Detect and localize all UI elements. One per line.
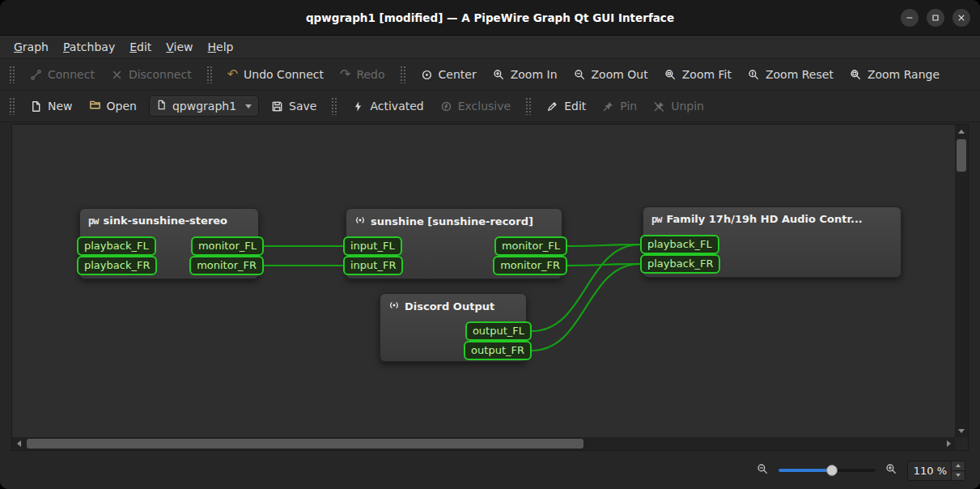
- edit-button[interactable]: Edit: [539, 96, 593, 117]
- zoom-slider-fill: [778, 469, 832, 472]
- exclusive-label: Exclusive: [458, 100, 511, 113]
- zoom-spin-up-button[interactable]: [952, 461, 965, 471]
- connection-wire[interactable]: [567, 264, 640, 266]
- menubar: GraphPatchbayEditViewHelp: [0, 36, 980, 59]
- zoom-reset-button[interactable]: Zoom Reset: [740, 64, 841, 85]
- node-sunshine-sunshine-record[interactable]: sunshine [sunshine-record]input_FLinput_…: [346, 208, 562, 279]
- open-button[interactable]: Open: [82, 95, 144, 117]
- window-controls: [901, 9, 970, 27]
- undo-connect-button[interactable]: ↶Undo Connect: [220, 64, 331, 85]
- center-icon: [421, 69, 433, 81]
- node-title-text: Discord Output: [405, 300, 494, 313]
- node-sink-sunshine-stereo[interactable]: pwsink-sunshine-stereoplayback_FLplaybac…: [79, 208, 259, 279]
- exclusive-button: Exclusive: [433, 96, 518, 117]
- scroll-right-button[interactable]: [942, 437, 955, 450]
- port-input-fl[interactable]: input_FL: [343, 236, 402, 256]
- port-playback-fl[interactable]: playback_FL: [77, 236, 156, 256]
- audio-node-icon: [354, 215, 366, 228]
- zoom-spin-down-button[interactable]: [952, 471, 965, 480]
- graph-viewport[interactable]: pwsink-sunshine-stereoplayback_FLplaybac…: [12, 125, 955, 437]
- new-button[interactable]: New: [23, 96, 80, 117]
- node-family-17h-19h-hd-audio-contr[interactable]: pwFamily 17h/19h HD Audio Contr...playba…: [643, 206, 902, 278]
- statusbar: 110 %: [0, 451, 980, 489]
- node-title: Discord Output: [380, 294, 526, 313]
- port-playback-fr[interactable]: playback_FR: [640, 254, 720, 274]
- toolbar-grip[interactable]: [331, 97, 337, 115]
- zoom-in-button[interactable]: Zoom In: [486, 64, 565, 85]
- port-monitor-fr[interactable]: monitor_FR: [493, 256, 567, 275]
- zoom-in-button[interactable]: [885, 463, 897, 478]
- menu-edit[interactable]: Edit: [122, 37, 159, 57]
- pin-label: Pin: [620, 100, 637, 113]
- port-monitor-fl[interactable]: monitor_FL: [191, 236, 264, 256]
- zoom-range-label: Zoom Range: [868, 68, 940, 81]
- port-monitor-fr[interactable]: monitor_FR: [189, 256, 264, 275]
- toolbar-grip[interactable]: [9, 66, 15, 83]
- zoom-value[interactable]: 110 %: [908, 461, 951, 480]
- zoom-reset-icon: [748, 69, 760, 81]
- toolbar-grip[interactable]: [206, 66, 213, 83]
- qpwgraph-window: qpwgraph1 [modified] — A PipeWire Graph …: [0, 0, 980, 489]
- window-title: qpwgraph1 [modified] — A PipeWire Graph …: [0, 0, 980, 36]
- disconnect-button: Disconnect: [104, 64, 199, 85]
- menu-patchbay[interactable]: Patchbay: [56, 37, 122, 57]
- undo-icon: ↶: [227, 69, 238, 80]
- zoom-spinbox[interactable]: 110 %: [907, 461, 965, 481]
- zoom-slider-handle[interactable]: [826, 465, 838, 476]
- unpin-label: Unpin: [671, 100, 704, 113]
- port-monitor-fl[interactable]: monitor_FL: [494, 236, 567, 256]
- port-input-fr[interactable]: input_FR: [343, 256, 403, 275]
- horizontal-scrollbar-thumb[interactable]: [27, 439, 583, 449]
- zoom-in-label: Zoom In: [511, 68, 558, 81]
- pipewire-icon: pw: [651, 213, 661, 225]
- menu-view[interactable]: View: [159, 37, 200, 57]
- zoom-slider[interactable]: [778, 462, 876, 478]
- zoom-range-icon: [850, 69, 862, 81]
- zoom-in-icon: [493, 69, 505, 81]
- scroll-down-button[interactable]: [955, 424, 968, 437]
- patchbay-selector-combo[interactable]: qpwgraph1: [149, 96, 259, 117]
- port-playback-fl[interactable]: playback_FL: [640, 235, 719, 254]
- center-button[interactable]: Center: [414, 64, 484, 85]
- port-output-fl[interactable]: output_FL: [465, 321, 532, 341]
- save-button[interactable]: Save: [264, 96, 324, 117]
- open-label: Open: [107, 100, 137, 113]
- scroll-left-button[interactable]: [12, 437, 25, 450]
- center-label: Center: [439, 68, 477, 81]
- spin-down-icon: [956, 474, 961, 477]
- new-file-icon: [30, 100, 42, 113]
- redo-button: ↷Redo: [333, 64, 392, 85]
- zoom-out-icon: [757, 463, 769, 478]
- node-discord-output[interactable]: Discord Outputoutput_FLoutput_FR: [380, 293, 527, 362]
- menu-help[interactable]: Help: [201, 37, 241, 57]
- connection-wire[interactable]: [567, 244, 640, 246]
- toolbar-grip[interactable]: [9, 97, 15, 115]
- toolbar-grip[interactable]: [525, 97, 532, 115]
- redo-label: Redo: [356, 68, 384, 81]
- scroll-up-button[interactable]: [955, 125, 968, 138]
- toolbar-patchbay: NewOpenqpwgraph1SaveActivatedExclusiveEd…: [0, 91, 980, 122]
- close-button[interactable]: [952, 9, 970, 27]
- zoom-fit-button[interactable]: Zoom Fit: [657, 64, 739, 85]
- minimize-button[interactable]: [901, 9, 918, 27]
- pin-button: Pin: [595, 96, 644, 117]
- toolbar-grip[interactable]: [400, 66, 406, 83]
- vertical-scrollbar[interactable]: [955, 125, 968, 437]
- edit-label: Edit: [564, 100, 586, 113]
- new-label: New: [48, 100, 73, 113]
- chevron-down-icon: [245, 104, 252, 108]
- menu-graph[interactable]: Graph: [6, 37, 56, 57]
- save-label: Save: [289, 100, 316, 113]
- graph-canvas[interactable]: pwsink-sunshine-stereoplayback_FLplaybac…: [11, 124, 969, 451]
- patchbay-file-icon: [156, 100, 167, 113]
- port-playback-fr[interactable]: playback_FR: [77, 256, 157, 275]
- zoom-range-button[interactable]: Zoom Range: [842, 64, 947, 85]
- zoom-out-button[interactable]: [757, 463, 769, 478]
- zoom-out-button[interactable]: Zoom Out: [566, 64, 655, 85]
- horizontal-scrollbar[interactable]: [12, 437, 955, 450]
- port-output-fr[interactable]: output_FR: [464, 341, 532, 360]
- activated-button[interactable]: Activated: [345, 96, 431, 117]
- minimize-icon: [905, 13, 914, 23]
- maximize-button[interactable]: [927, 9, 944, 27]
- vertical-scrollbar-thumb[interactable]: [957, 139, 966, 172]
